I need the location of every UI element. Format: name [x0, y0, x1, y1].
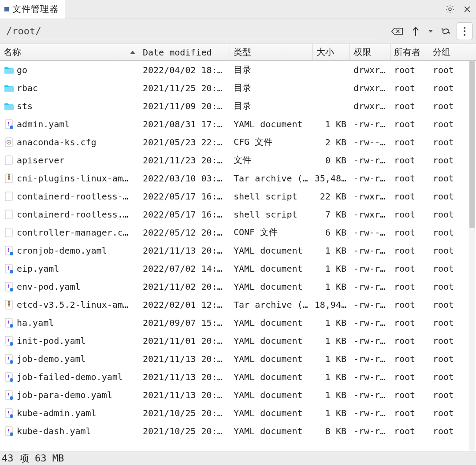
- svg-point-21: [10, 252, 13, 255]
- table-row[interactable]: apiserver2021/11/23 20:…文件0 KB-rw-r…root…: [0, 151, 468, 169]
- table-row[interactable]: !kube-dash.yaml2021/10/25 20:…YAML docum…: [0, 422, 468, 440]
- scrollbar-thumb[interactable]: [469, 61, 475, 228]
- up-icon[interactable]: [408, 24, 423, 39]
- file-size: 1 KB: [313, 281, 350, 292]
- close-icon[interactable]: [463, 5, 472, 14]
- table-row[interactable]: !job-para-demo.yaml2021/11/13 20:…YAML d…: [0, 386, 468, 404]
- svg-text:!: !: [7, 410, 10, 416]
- table-row[interactable]: !kube-admin.yaml2021/10/25 20:…YAML docu…: [0, 404, 468, 422]
- header-perm[interactable]: 权限: [350, 44, 390, 60]
- header-owner[interactable]: 所有者: [390, 44, 429, 60]
- table-row[interactable]: !init-pod.yaml2021/11/01 20:…YAML docume…: [0, 332, 468, 350]
- table-row[interactable]: !admin.yaml2021/08/31 17:…YAML document1…: [0, 115, 468, 133]
- scrollbar[interactable]: [469, 61, 475, 451]
- file-perm: -rw-r…: [350, 263, 390, 274]
- file-owner: root: [390, 137, 429, 148]
- file-perm: -rw-r…: [350, 119, 390, 129]
- table-row[interactable]: etcd-v3.5.2-linux-am…2022/02/01 12:…Tar …: [0, 295, 468, 314]
- table-row[interactable]: cni-plugins-linux-am…2022/03/10 03:…Tar …: [0, 169, 468, 187]
- svg-rect-31: [8, 303, 10, 303]
- table-row[interactable]: !cronjob-demo.yaml2021/11/13 20:…YAML do…: [0, 241, 468, 259]
- table-row[interactable]: rbac2021/11/25 20:…目录drwxr…rootroot: [0, 79, 468, 97]
- svg-point-50: [10, 414, 13, 418]
- file-owner: root: [390, 191, 429, 202]
- table-row[interactable]: go2022/04/02 18:…目录drwxr…rootroot: [0, 61, 468, 79]
- file-icon: [4, 192, 14, 201]
- table-row[interactable]: !job-failed-demo.yaml2021/11/13 20:…YAML…: [0, 368, 468, 386]
- svg-text:!: !: [7, 428, 10, 434]
- file-group: root: [429, 245, 461, 256]
- svg-rect-16: [5, 192, 12, 201]
- header-name[interactable]: 名称: [0, 44, 139, 60]
- file-type: YAML document: [230, 281, 313, 292]
- file-perm: -rw-r…: [350, 281, 390, 292]
- folder-icon: [4, 65, 14, 75]
- file-type: 目录: [230, 64, 313, 76]
- svg-rect-18: [5, 228, 12, 237]
- path-input[interactable]: /root/: [4, 23, 380, 39]
- file-size: 2 KB: [313, 137, 350, 148]
- table-row[interactable]: sts2021/11/09 20:…目录drwxr…rootroot: [0, 97, 468, 115]
- table-row[interactable]: containerd-rootless.…2022/05/17 16:…shel…: [0, 205, 468, 223]
- table-row[interactable]: !ha.yaml2021/09/07 15:…YAML document1 KB…: [0, 314, 468, 332]
- file-size: 1 KB: [313, 317, 350, 328]
- header-size[interactable]: 大小: [313, 44, 350, 60]
- file-group: root: [429, 281, 461, 292]
- table-row[interactable]: !env-pod.yaml2021/11/02 20:…YAML documen…: [0, 277, 468, 295]
- header-type[interactable]: 类型: [230, 44, 313, 60]
- file-group: root: [429, 390, 461, 400]
- file-group: root: [429, 65, 461, 75]
- file-type: YAML document: [230, 119, 313, 129]
- chevron-down-icon[interactable]: [427, 24, 435, 39]
- file-perm: -rw-r…: [350, 390, 390, 400]
- yaml-icon: !: [4, 264, 14, 273]
- file-name: rbac: [17, 83, 139, 93]
- table-row[interactable]: controller-manager.c…2022/05/12 20:…CONF…: [0, 223, 468, 241]
- file-size: 7 KB: [313, 209, 350, 220]
- file-perm: drwxr…: [350, 65, 390, 75]
- table-row[interactable]: anaconda-ks.cfg2021/05/23 22:…CFG 文件2 KB…: [0, 133, 468, 151]
- file-type: YAML document: [230, 390, 313, 400]
- svg-point-27: [10, 288, 13, 292]
- file-size: 1 KB: [313, 263, 350, 274]
- file-date: 2022/05/17 16:…: [139, 209, 230, 220]
- table-row[interactable]: !eip.yaml2022/07/02 14:…YAML document1 K…: [0, 259, 468, 277]
- file-size: 0 KB: [313, 155, 350, 166]
- file-name: admin.yaml: [17, 119, 139, 129]
- yaml-icon: !: [4, 390, 14, 400]
- menu-button[interactable]: [457, 22, 472, 40]
- table-row[interactable]: containerd-rootless-…2022/05/17 16:…shel…: [0, 187, 468, 205]
- table-row[interactable]: !job-demo.yaml2021/11/13 20:…YAML docume…: [0, 350, 468, 368]
- tab-file-manager[interactable]: 文件管理器: [0, 0, 65, 18]
- file-type: CONF 文件: [230, 226, 313, 238]
- gear-icon[interactable]: [445, 4, 455, 14]
- file-size: 1 KB: [313, 372, 350, 382]
- file-type: YAML document: [230, 354, 313, 364]
- file-group: root: [429, 119, 461, 129]
- file-group: root: [429, 317, 461, 328]
- tab-bar: 文件管理器: [0, 0, 476, 18]
- file-owner: root: [390, 119, 429, 129]
- header-group[interactable]: 分组: [429, 44, 461, 60]
- file-name: go: [17, 65, 139, 75]
- file-group: root: [429, 227, 461, 238]
- folder-icon: [4, 101, 14, 111]
- file-perm: -rw-r…: [350, 408, 390, 418]
- file-list[interactable]: go2022/04/02 18:…目录drwxr…rootrootrbac202…: [0, 61, 468, 451]
- file-date: 2021/11/13 20:…: [139, 390, 230, 400]
- header-date[interactable]: Date modified: [139, 44, 230, 60]
- file-group: root: [429, 426, 461, 436]
- svg-text:!: !: [7, 284, 10, 289]
- svg-rect-14: [8, 176, 10, 177]
- backspace-icon[interactable]: [390, 24, 405, 39]
- file-name: eip.yaml: [17, 263, 139, 274]
- file-type: 文件: [230, 154, 313, 166]
- file-group: root: [429, 372, 461, 382]
- file-owner: root: [390, 372, 429, 382]
- file-size: 6 KB: [313, 227, 350, 238]
- file-date: 2021/11/23 20:…: [139, 155, 230, 166]
- file-perm: -rwxr…: [350, 209, 390, 220]
- file-date: 2021/11/02 20:…: [139, 281, 230, 292]
- svg-point-38: [10, 342, 13, 346]
- refresh-icon[interactable]: [438, 24, 453, 39]
